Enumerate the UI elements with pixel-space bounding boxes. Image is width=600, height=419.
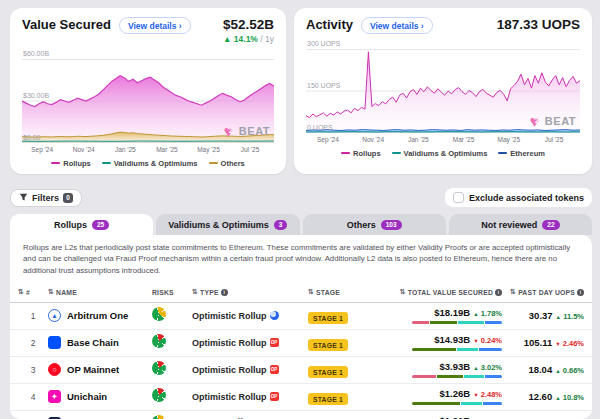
sort-icon[interactable]: ⇅ [192, 288, 198, 296]
column-header-risks[interactable]: RISKS [152, 289, 192, 296]
tvs-value-row: $1.26B▼ 2.48% [440, 388, 502, 399]
project-logo: ▲ [48, 309, 61, 322]
filters-count-badge: 0 [63, 193, 73, 203]
column-header-label: RISKS [152, 289, 174, 296]
exclude-tokens-label: Exclude associated tokens [469, 193, 584, 203]
sort-icon[interactable]: ⇅ [308, 288, 314, 296]
project-name-cell[interactable]: ○OP Mainnet [48, 363, 152, 376]
activity-view-details-button[interactable]: View details › [361, 17, 433, 34]
risks-cell[interactable] [152, 388, 192, 406]
uops-value: 18.04 [528, 364, 552, 375]
total-value-secured-cell: $1.21B▲ 1.62% [386, 415, 502, 419]
tvs-breakdown-segment [412, 402, 460, 406]
total-value-secured-cell: $3.93B▲ 3.02% [386, 361, 502, 378]
table-row[interactable]: 4✦UnichainOptimistic RollupOPSTAGE 1$1.2… [10, 384, 592, 411]
x-axis-tick: Jan '25 [408, 136, 429, 143]
legend-item: Rollups [341, 149, 381, 158]
stage-badge: STAGE 1 [308, 312, 348, 324]
past-day-uops-cell: 30.37▲ 11.5% [502, 310, 584, 321]
change-percent: ▲ 3.02% [473, 363, 502, 372]
stage-cell: STAGE 1 [308, 307, 386, 325]
sort-icon[interactable]: ⇅ [48, 288, 54, 296]
funnel-icon [19, 193, 28, 202]
exclude-tokens-checkbox[interactable] [453, 192, 464, 203]
type-label: Optimistic Rollup [192, 365, 267, 375]
type-label: Optimistic Rollup [192, 338, 267, 348]
row-rank: 4 [18, 392, 48, 402]
y-axis-tick: 150 UOPS [307, 82, 340, 89]
change-percent: ▼ 0.24% [473, 336, 502, 345]
legend-dash-icon [392, 152, 401, 155]
table-row[interactable]: 1▲Arbitrum OneOptimistic RollupSTAGE 1$1… [10, 303, 592, 330]
tab-rollups[interactable]: Rollups25 [10, 214, 153, 235]
sort-icon[interactable]: ⇅ [400, 288, 406, 296]
legend-label: Rollups [353, 149, 381, 158]
change-percent: ▼ 2.48% [473, 390, 502, 399]
sort-icon[interactable]: ⇅ [18, 288, 24, 296]
x-axis-tick: May '25 [497, 136, 520, 143]
risks-cell[interactable] [152, 361, 192, 379]
tvs-value-row: $1.21B▲ 1.62% [440, 415, 502, 419]
risks-cell[interactable] [152, 307, 192, 325]
risk-rosette-icon[interactable] [152, 307, 166, 321]
legend-dash-icon [498, 152, 507, 155]
stage-badge: STAGE 1 [308, 339, 348, 351]
risk-rosette-icon[interactable] [152, 388, 166, 402]
legend-dash-icon [209, 162, 218, 165]
activity-total: 187.33 UOPS [497, 17, 580, 32]
superchain-badge-icon: OP [270, 338, 279, 347]
filters-label: Filters [32, 193, 59, 203]
risks-cell[interactable] [152, 415, 192, 419]
type-label: Optimistic Rollup [192, 392, 267, 402]
risk-rosette-icon[interactable] [152, 334, 166, 348]
project-name: Unichain [67, 391, 107, 402]
filters-button[interactable]: Filters 0 [10, 189, 82, 207]
tvs-breakdown-bar [412, 321, 502, 325]
tvs-breakdown-segment [412, 375, 436, 379]
activity-header: Activity View details › 187.33 UOPS [306, 17, 580, 34]
project-name-cell[interactable]: Base Chain [48, 336, 152, 349]
y-axis-tick: $60.00B [23, 50, 49, 57]
x-axis-tick: Jul '25 [545, 136, 564, 143]
tab-not-reviewed[interactable]: Not reviewed22 [449, 214, 592, 235]
table-row[interactable]: 2Base ChainOptimistic RollupOPSTAGE 1$14… [10, 330, 592, 357]
value-secured-change: ▲ 14.1% / 1y [223, 34, 274, 44]
risk-rosette-icon[interactable] [152, 361, 166, 375]
info-icon[interactable]: i [495, 289, 502, 296]
stage-cell: STAGE 1 [308, 334, 386, 352]
x-axis-tick: Sep '24 [31, 146, 53, 153]
info-icon[interactable]: i [221, 289, 228, 296]
tab-validiums-optimiums[interactable]: Validiums & Optimiums3 [156, 214, 299, 235]
tvs-breakdown-segment [412, 321, 429, 325]
value-secured-title: Value Secured [22, 17, 111, 32]
tab-others[interactable]: Others103 [303, 214, 446, 235]
exclude-associated-tokens-toggle[interactable]: Exclude associated tokens [445, 188, 592, 207]
tvs-value: $18.19B [434, 307, 470, 318]
value-secured-chart: $60.00B $30.00B $0.00 ♥2 BEAT [22, 59, 274, 143]
column-header--[interactable]: ⇅# [18, 288, 48, 296]
l2beat-watermark: ♥2 BEAT [530, 113, 576, 128]
legend-item: Others [209, 159, 245, 168]
risk-rosette-icon[interactable] [152, 415, 166, 419]
info-icon[interactable]: i [577, 289, 584, 296]
table-row[interactable]: 5◈ZKsync EraZK Rollup**STAGE 0$1.21B▲ 1.… [10, 411, 592, 419]
table-row[interactable]: 3○OP MainnetOptimistic RollupOPSTAGE 1$3… [10, 357, 592, 384]
sort-icon[interactable]: ⇅ [510, 288, 516, 296]
value-secured-header: Value Secured View details › $52.52B ▲ 1… [22, 17, 274, 44]
legend-item: Validiums & Optimiums [102, 159, 198, 168]
column-header-total-value-secured[interactable]: ⇅TOTAL VALUE SECUREDi [386, 288, 502, 296]
uops-value: 30.37 [529, 310, 553, 321]
risks-cell[interactable] [152, 334, 192, 352]
legend-dash-icon [51, 162, 60, 165]
change-percent: ▲ 11.5% [556, 312, 584, 321]
column-header-type[interactable]: ⇅TYPEi [192, 288, 308, 296]
summary-cards: Value Secured View details › $52.52B ▲ 1… [0, 0, 600, 174]
project-name-cell[interactable]: ▲Arbitrum One [48, 309, 152, 322]
value-secured-view-details-button[interactable]: View details › [119, 17, 191, 34]
column-header-name[interactable]: ⇅NAME [48, 288, 152, 296]
up-arrow-icon: ▲ [555, 395, 560, 401]
column-header-stage[interactable]: ⇅STAGE [308, 288, 386, 296]
project-name-cell[interactable]: ✦Unichain [48, 390, 152, 403]
column-header-label: TYPE [200, 289, 219, 296]
column-header-past-day-uops[interactable]: ⇅PAST DAY UOPSi [502, 288, 584, 296]
